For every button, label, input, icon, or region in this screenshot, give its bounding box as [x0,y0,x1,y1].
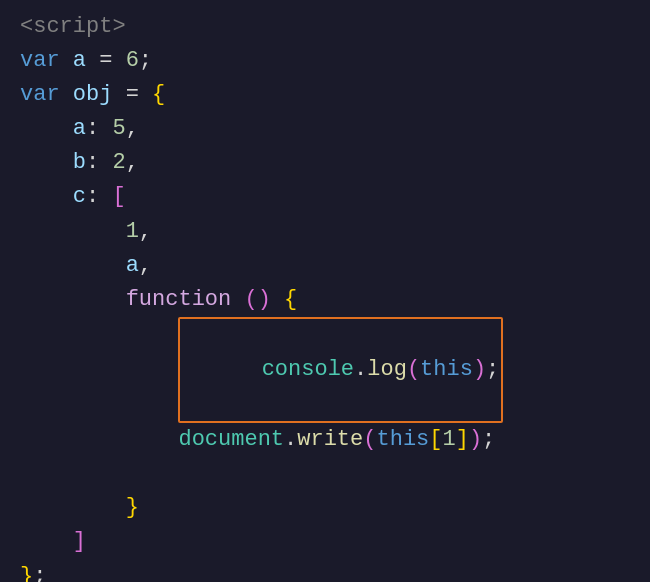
line-var-obj: var obj = { [0,78,650,112]
keyword-function: function [126,283,232,317]
line-console-log: console.log(this); [0,317,650,423]
close-bracket: ] [73,525,86,559]
ident-obj: obj [73,78,113,112]
line-script-tag: <script> [0,10,650,44]
console-ident: console [262,357,354,382]
this-keyword2: this [376,423,429,457]
line-val-1: 1 , [0,215,650,249]
prop-name-c: c [73,180,86,214]
line-close-func: } [0,491,650,525]
line-prop-b: b : 2 , [0,146,650,180]
line-close-obj: } ; [0,560,650,583]
line-prop-a: a : 5 , [0,112,650,146]
open-bracket: [ [112,180,125,214]
code-editor: <script> var a = 6 ; var obj = { a : 5 ,… [0,0,650,582]
line-document-write: document . write ( this [ 1 ] ) ; [0,423,650,457]
highlight-console-log: console.log(this); [178,317,503,423]
index-1: 1 [443,423,456,457]
script-tag-text: <script> [20,10,126,44]
func-parens: () [244,283,270,317]
ref-a: a [126,249,139,283]
document-ident: document [178,423,284,457]
line-func-decl: function () { [0,283,650,317]
func-close-brace: } [126,491,139,525]
number-2: 2 [112,146,125,180]
log-method: log [367,357,407,382]
prop-name-a: a [73,112,86,146]
ident-a: a [73,44,86,78]
prop-name-b: b [73,146,86,180]
index-close-bracket: ] [456,423,469,457]
keyword-var: var [20,44,60,78]
line-var-a: var a = 6 ; [0,44,650,78]
log-close-paren: ) [473,357,486,382]
log-open-paren: ( [407,357,420,382]
line-prop-c: c : [ [0,180,650,214]
open-brace: { [152,78,165,112]
write-method: write [297,423,363,457]
write-open-paren: ( [363,423,376,457]
keyword-var2: var [20,78,60,112]
obj-close-brace: } [20,560,33,583]
line-val-a: a , [0,249,650,283]
this-keyword: this [420,357,473,382]
write-close-paren: ) [469,423,482,457]
func-open-brace: { [284,283,297,317]
number-5: 5 [112,112,125,146]
line-empty [0,457,650,491]
line-close-arr: ] [0,525,650,559]
index-open-bracket: [ [429,423,442,457]
number-1: 1 [126,215,139,249]
number-6: 6 [126,44,139,78]
